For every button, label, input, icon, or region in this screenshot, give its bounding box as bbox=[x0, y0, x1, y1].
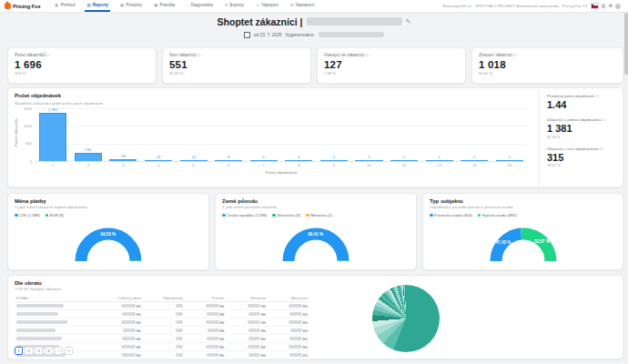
redacted-chip bbox=[248, 329, 260, 332]
redacted-value-cell: Kč bbox=[268, 335, 309, 343]
bar[interactable] bbox=[250, 160, 278, 161]
redacted-chip bbox=[248, 320, 260, 324]
y-tick-label: 0 bbox=[14, 159, 32, 164]
bar-slot: 1 381 bbox=[35, 107, 71, 161]
tab-prehled[interactable]: ◧Přehled bbox=[53, 0, 76, 12]
orders-stats-panel: Průměrný počet objednávekⓘ 1.44 Zákazníc… bbox=[539, 88, 623, 187]
tab-produkty[interactable]: ▦Produkty bbox=[118, 0, 144, 12]
tab-napojeni[interactable]: ⊶Napojení bbox=[254, 0, 280, 12]
main-nav: ◧Přehled ▤Reporty ▦Produkty ▣Pravidla ◔D… bbox=[53, 0, 316, 12]
redacted-generated-value bbox=[319, 32, 384, 37]
bar[interactable] bbox=[109, 159, 137, 161]
bar[interactable] bbox=[496, 160, 523, 161]
table-row[interactable]: Kč Kč Kč Kč bbox=[15, 302, 309, 310]
info-icon[interactable]: ⓘ bbox=[603, 117, 606, 122]
redacted-chip bbox=[16, 320, 67, 324]
pagination-item[interactable]: 2 bbox=[25, 347, 33, 355]
notifications-icon[interactable]: ◍ bbox=[602, 4, 606, 9]
brand[interactable]: Pricing Fox bbox=[5, 3, 40, 9]
donut-subtitle: V jaké měně zákazník zaplatil objednávku bbox=[15, 205, 202, 209]
gauge-segment[interactable] bbox=[521, 234, 550, 261]
legend-item[interactable]: EUR (8) bbox=[46, 213, 64, 217]
date-range-label[interactable]: od 23. 7. 2025 bbox=[254, 33, 282, 37]
donut-legend: Česká republika (1 686)Slovensko (9)Něme… bbox=[222, 213, 410, 217]
bar[interactable] bbox=[426, 160, 453, 161]
tab-reporty[interactable]: ▤Reporty bbox=[85, 0, 110, 12]
cz-flag-icon[interactable] bbox=[591, 3, 599, 9]
redacted-value-cell bbox=[143, 335, 185, 343]
kpi-card-pocet-zakazniku: Počet zákazníkůⓘ 1 696 100 % bbox=[7, 47, 157, 84]
bar[interactable] bbox=[355, 160, 382, 161]
info-icon[interactable]: ⓘ bbox=[198, 53, 201, 57]
redacted-value-cell: Kč bbox=[268, 351, 309, 359]
gauge-segment[interactable] bbox=[81, 234, 136, 261]
kpi-label: Ztracení zákazníci bbox=[479, 53, 512, 57]
currency-gauge-chart: 99,53 % bbox=[15, 219, 202, 265]
legend-item[interactable]: Právnická osoba (804) bbox=[430, 213, 472, 217]
redacted-value-cell: Kč bbox=[185, 335, 227, 343]
pagination-item[interactable]: 3 bbox=[35, 347, 43, 355]
pagination-item[interactable]: › bbox=[55, 347, 63, 355]
table-row[interactable]: Kč Kč Kč Kč bbox=[15, 318, 309, 327]
bar[interactable] bbox=[145, 160, 172, 161]
bar[interactable] bbox=[180, 160, 208, 161]
redacted-chip bbox=[289, 304, 302, 308]
bar[interactable] bbox=[39, 113, 66, 161]
globe-icon[interactable]: ⊕ bbox=[608, 4, 613, 9]
table-row[interactable]: Kč Kč Kč Kč bbox=[15, 310, 309, 318]
redacted-value-cell: Kč bbox=[185, 310, 227, 318]
legend-item[interactable]: Fyzická osoba (892) bbox=[478, 213, 517, 217]
pagination-item[interactable]: 4 bbox=[45, 347, 53, 355]
info-icon[interactable]: ⓘ bbox=[365, 53, 369, 57]
bar[interactable] bbox=[75, 153, 102, 161]
legend-item[interactable]: CZK (1 688) bbox=[15, 213, 40, 217]
table-row[interactable]: Kč Kč Kč Kč bbox=[15, 335, 309, 343]
redacted-value-cell: Kč bbox=[101, 343, 143, 351]
x-axis-line bbox=[35, 161, 527, 162]
edit-pencil-icon[interactable]: ✎ bbox=[406, 18, 411, 25]
redacted-value-cell: Kč bbox=[227, 327, 268, 335]
tab-pravidla[interactable]: ▣Pravidla bbox=[152, 0, 177, 12]
bar[interactable] bbox=[461, 160, 488, 161]
tab-diagnostika[interactable]: ◔Diagnostika bbox=[185, 0, 215, 12]
pagination-item[interactable]: » bbox=[65, 347, 73, 355]
chart-title: Počet objednávek bbox=[15, 93, 61, 98]
redacted-chip bbox=[207, 312, 219, 316]
info-icon[interactable]: ⓘ bbox=[600, 147, 603, 151]
brand-name: Pricing Fox bbox=[13, 4, 40, 9]
redacted-value-cell: Kč bbox=[227, 335, 268, 343]
revenue-pie-chart[interactable] bbox=[372, 285, 440, 352]
redacted-value-cell: Kč bbox=[185, 318, 227, 327]
redacted-value-cell: Kč bbox=[227, 351, 268, 359]
revenue-card: Dle obratu TOP 20: Nejlepší zákazníci E-… bbox=[7, 275, 623, 359]
table-row[interactable]: Kč Kč Kč Kč bbox=[15, 327, 309, 335]
legend-item[interactable]: Slovensko (9) bbox=[272, 213, 300, 217]
kpi-card-ztraceni: Ztracení zákazníciⓘ 1 018 60,02 % bbox=[471, 47, 623, 84]
tab-nastaveni[interactable]: ⚙Nastavení bbox=[289, 0, 317, 12]
info-icon[interactable]: ⓘ bbox=[595, 94, 599, 98]
tab-label: Pravidla bbox=[159, 3, 175, 7]
user-avatar[interactable] bbox=[615, 4, 621, 9]
x-tick-label: 13 bbox=[457, 163, 492, 167]
info-icon[interactable]: ⓘ bbox=[513, 53, 517, 57]
gauge-segment[interactable] bbox=[496, 234, 522, 261]
info-icon[interactable]: ⓘ bbox=[46, 53, 50, 57]
gauge-segment[interactable] bbox=[289, 234, 343, 261]
scrollbar-thumb[interactable] bbox=[624, 13, 628, 75]
bar[interactable] bbox=[285, 160, 312, 161]
tab-label: Reporty bbox=[93, 3, 108, 7]
legend-item[interactable]: Česká republika (1 686) bbox=[222, 213, 267, 217]
legend-item[interactable]: Německo (1) bbox=[306, 213, 332, 217]
bar-slot: 8 bbox=[211, 155, 247, 161]
redacted-email-cell bbox=[15, 327, 101, 335]
tab-exporty[interactable]: ⇅Exporty bbox=[223, 0, 246, 12]
bar-value-label: 1 bbox=[473, 155, 475, 159]
diagnostics-icon: ◔ bbox=[187, 3, 189, 7]
pagination-item[interactable]: 1 bbox=[15, 347, 23, 355]
column-header: E-MAIL bbox=[15, 294, 101, 302]
stat-value: 1 381 bbox=[547, 123, 615, 134]
bar-value-label: 1 bbox=[438, 155, 440, 159]
bar[interactable] bbox=[390, 160, 418, 161]
bar[interactable] bbox=[320, 160, 348, 161]
bar[interactable] bbox=[215, 160, 242, 161]
